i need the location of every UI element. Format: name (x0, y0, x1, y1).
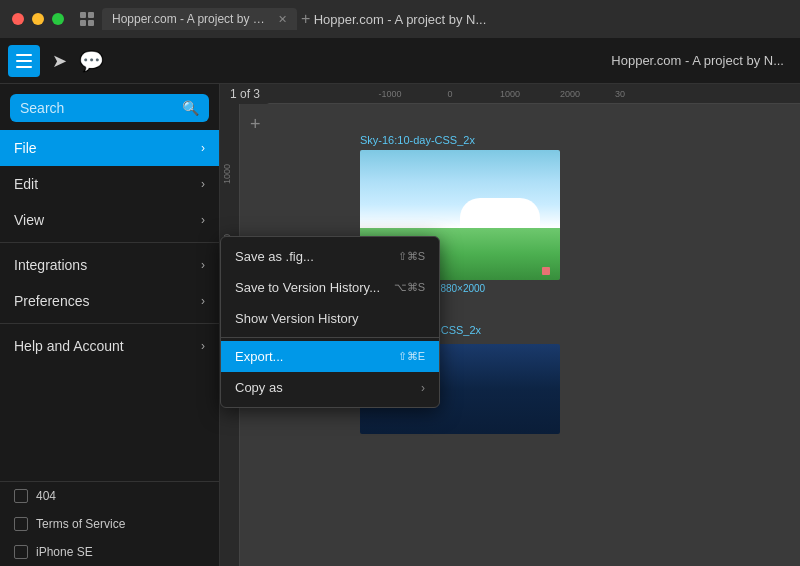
submenu-item-export[interactable]: Export... ⇧⌘E (221, 341, 439, 372)
minimize-button[interactable] (32, 13, 44, 25)
menu-item-integrations-label: Integrations (14, 257, 87, 273)
ruler-tick: 1000 (480, 89, 540, 99)
hamburger-line-3 (16, 66, 32, 68)
submenu-item-show-history-label: Show Version History (235, 311, 359, 326)
tab-close-icon[interactable]: ✕ (278, 13, 287, 26)
submenu-item-save-history-label: Save to Version History... (235, 280, 380, 295)
layer-frame-icon (14, 545, 28, 559)
submenu-item-export-label: Export... (235, 349, 283, 364)
tab-area: Hopper.com - A project by Nara... ✕ + (102, 8, 310, 30)
search-icon[interactable]: 🔍 (182, 100, 199, 116)
arrow-tool-icon[interactable]: ➤ (52, 50, 67, 72)
menu-item-help-arrow: › (201, 339, 205, 353)
new-tab-button[interactable]: + (301, 10, 310, 28)
submenu-item-save-fig-label: Save as .fig... (235, 249, 314, 264)
layers-panel: 404 Terms of Service iPhone SE (0, 481, 220, 566)
submenu-item-save-fig-shortcut: ⇧⌘S (398, 250, 425, 263)
ruler-tick: 30 (600, 89, 640, 99)
ground-object (542, 267, 550, 275)
hamburger-line-2 (16, 60, 32, 62)
list-item[interactable]: Terms of Service (0, 510, 219, 538)
layer-label: Terms of Service (36, 517, 125, 531)
menu-item-help[interactable]: Help and Account › (0, 328, 219, 364)
title-bar: Hopper.com - A project by Nara... ✕ + Ho… (0, 0, 800, 38)
menu-separator-2 (0, 323, 219, 324)
submenu-item-copy-as-label: Copy as (235, 380, 283, 395)
submenu-item-save-fig[interactable]: Save as .fig... ⇧⌘S (221, 241, 439, 272)
maximize-button[interactable] (52, 13, 64, 25)
submenu-separator (221, 337, 439, 338)
toolbar: ➤ 💬 Hopper.com - A project by N... (0, 38, 800, 84)
file-submenu: Save as .fig... ⇧⌘S Save to Version Hist… (220, 236, 440, 408)
pagination: 1 of 3 (220, 84, 270, 104)
project-title: Hopper.com - A project by N... (611, 53, 792, 68)
ruler-labels: -1000 0 1000 2000 30 (360, 89, 640, 99)
menu-item-help-label: Help and Account (14, 338, 124, 354)
grid-icon[interactable] (80, 12, 94, 26)
menu-item-view-arrow: › (201, 213, 205, 227)
menu-item-preferences[interactable]: Preferences › (0, 283, 219, 319)
menu-item-integrations[interactable]: Integrations › (0, 247, 219, 283)
menu-item-edit[interactable]: Edit › (0, 166, 219, 202)
menu-item-file-arrow: › (201, 141, 205, 155)
layer-frame-icon (14, 489, 28, 503)
layer-frame-icon (14, 517, 28, 531)
add-artboard-button[interactable]: + (250, 114, 261, 135)
search-box[interactable]: 🔍 (10, 94, 209, 122)
ruler-tick: 0 (420, 89, 480, 99)
submenu-item-copy-as[interactable]: Copy as › (221, 372, 439, 403)
layer-label: 404 (36, 489, 56, 503)
submenu-item-show-history[interactable]: Show Version History (221, 303, 439, 334)
artboard-label-1: Sky-16:10-day-CSS_2x (360, 134, 560, 146)
search-input[interactable] (20, 100, 182, 116)
menu-item-file[interactable]: File › (0, 130, 219, 166)
cloud-shape (460, 198, 540, 228)
menu-item-preferences-arrow: › (201, 294, 205, 308)
layer-label: iPhone SE (36, 545, 93, 559)
active-tab[interactable]: Hopper.com - A project by Nara... ✕ (102, 8, 297, 30)
ruler-tick: -1000 (360, 89, 420, 99)
title-bar-title: Hopper.com - A project by N... (314, 12, 487, 27)
v-ruler-label: 1000 (222, 164, 232, 184)
submenu-item-save-history[interactable]: Save to Version History... ⌥⌘S (221, 272, 439, 303)
main-area: 🔍 File › Edit › View › Integrations › Pr… (0, 84, 800, 566)
menu-item-preferences-label: Preferences (14, 293, 89, 309)
close-button[interactable] (12, 13, 24, 25)
hamburger-line-1 (16, 54, 32, 56)
ruler-tick: 2000 (540, 89, 600, 99)
submenu-item-save-history-shortcut: ⌥⌘S (394, 281, 425, 294)
submenu-item-export-shortcut: ⇧⌘E (398, 350, 425, 363)
menu-separator-1 (0, 242, 219, 243)
ruler-horizontal: 1 of 3 -1000 0 1000 2000 30 (220, 84, 800, 104)
artboard-sky (360, 150, 560, 228)
list-item[interactable]: 404 (0, 482, 219, 510)
menu-item-file-label: File (14, 140, 37, 156)
chat-icon[interactable]: 💬 (79, 49, 104, 73)
window-controls (12, 13, 64, 25)
menu-item-view[interactable]: View › (0, 202, 219, 238)
menu-item-view-label: View (14, 212, 44, 228)
menu-item-integrations-arrow: › (201, 258, 205, 272)
tab-label: Hopper.com - A project by Nara... (112, 12, 272, 26)
left-panel: 🔍 File › Edit › View › Integrations › Pr… (0, 84, 220, 566)
submenu-item-copy-as-arrow: › (421, 381, 425, 395)
menu-item-edit-label: Edit (14, 176, 38, 192)
list-item[interactable]: iPhone SE (0, 538, 219, 566)
menu-item-edit-arrow: › (201, 177, 205, 191)
menu-button[interactable] (8, 45, 40, 77)
